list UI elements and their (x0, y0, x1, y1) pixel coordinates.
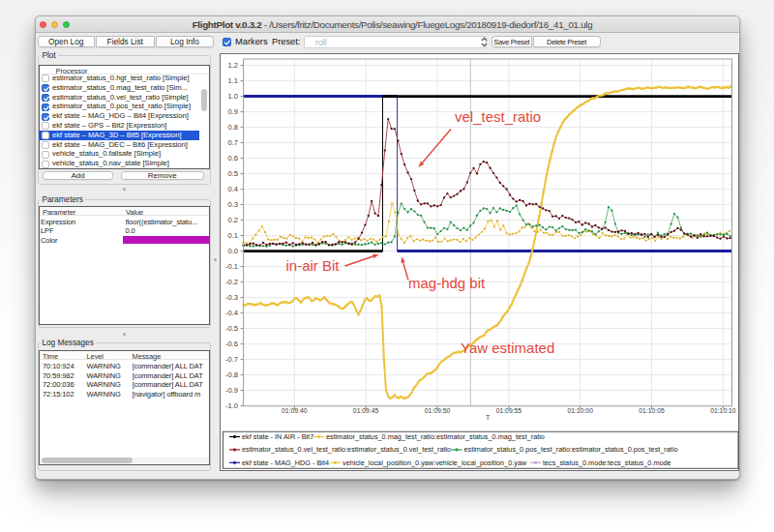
svg-text:-0.6: -0.6 (225, 340, 238, 348)
svg-text:1.1: 1.1 (228, 76, 239, 85)
svg-text:1.0: 1.0 (228, 92, 239, 101)
svg-text:tecs_status_0.mode:tecs_status: tecs_status_0.mode:tecs_status_0.mode (543, 458, 671, 466)
svg-text:0.8: 0.8 (228, 123, 239, 132)
svg-text:-0.4: -0.4 (225, 309, 238, 317)
svg-text:01:10:00: 01:10:00 (567, 406, 593, 413)
svg-text:T: T (486, 413, 491, 420)
svg-text:Yaw estimated: Yaw estimated (461, 339, 554, 355)
svg-text:0.7: 0.7 (228, 138, 239, 147)
svg-text:0.5: 0.5 (228, 169, 239, 178)
svg-text:ekf state - MAG_HDG - Bit4: ekf state - MAG_HDG - Bit4 (242, 458, 329, 466)
svg-text:ekf state - IN AIR - Bit7: ekf state - IN AIR - Bit7 (242, 432, 313, 441)
svg-text:0.6: 0.6 (228, 154, 239, 163)
svg-text:-0.7: -0.7 (225, 355, 238, 364)
svg-text:-0.8: -0.8 (225, 370, 238, 379)
svg-text:vehicle_local_position_0.yaw:v: vehicle_local_position_0.yaw:vehicle_loc… (342, 458, 527, 466)
svg-text:1.2: 1.2 (228, 61, 239, 70)
svg-text:0.2: 0.2 (228, 216, 239, 224)
svg-text:-0.2: -0.2 (225, 278, 238, 286)
svg-text:in-air Bit: in-air Bit (286, 257, 341, 274)
svg-text:0.9: 0.9 (228, 107, 239, 116)
svg-text:estimator_status_0.vel_test_ra: estimator_status_0.vel_test_ratio:estima… (242, 445, 451, 454)
svg-text:01:10:10: 01:10:10 (710, 406, 736, 413)
svg-text:-0.1: -0.1 (225, 262, 238, 271)
svg-text:-0.3: -0.3 (225, 293, 238, 302)
svg-text:01:09:55: 01:09:55 (496, 406, 522, 413)
svg-text:01:09:40: 01:09:40 (282, 406, 308, 413)
svg-text:01:10:05: 01:10:05 (639, 406, 665, 413)
svg-text:0.3: 0.3 (228, 200, 239, 209)
svg-text:mag-hdg bit: mag-hdg bit (408, 274, 486, 290)
svg-text:estimator_status_0.mag_test_ra: estimator_status_0.mag_test_ratio:estima… (326, 432, 545, 441)
svg-text:vel_test_ratio: vel_test_ratio (455, 108, 541, 125)
svg-text:01:09:50: 01:09:50 (425, 406, 451, 413)
svg-text:0.0: 0.0 (228, 247, 239, 255)
svg-text:-0.9: -0.9 (225, 386, 238, 395)
svg-text:-0.5: -0.5 (225, 324, 238, 333)
svg-text:-1.0: -1.0 (225, 401, 238, 410)
svg-text:0.4: 0.4 (228, 185, 239, 193)
svg-text:01:09:45: 01:09:45 (353, 406, 379, 413)
svg-text:0.1: 0.1 (228, 231, 239, 240)
svg-text:estimator_status_0.pos_test_ra: estimator_status_0.pos_test_ratio:estima… (464, 445, 678, 454)
